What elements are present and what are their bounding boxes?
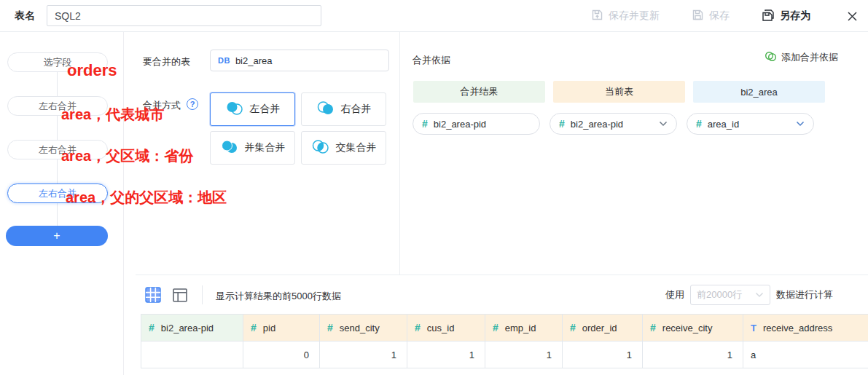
column-header[interactable]: Treceive_address bbox=[743, 315, 868, 342]
chevron-down-icon bbox=[755, 292, 764, 298]
method-label: 左合并 bbox=[250, 103, 281, 116]
use-label: 使用 bbox=[665, 288, 684, 301]
table-view-icon[interactable] bbox=[145, 287, 161, 303]
column-header[interactable]: #send_city bbox=[320, 315, 407, 342]
current-table-header: 当前表 bbox=[553, 81, 685, 103]
column-header[interactable]: #bi2_area-pid bbox=[141, 315, 243, 342]
preview-data-grid: #bi2_area-pid #pid #send_city #cus_id #e… bbox=[141, 314, 868, 368]
column-header[interactable]: #emp_id bbox=[485, 315, 563, 342]
save-as-label: 另存为 bbox=[780, 9, 810, 23]
rows-limit-select[interactable]: 前20000行 bbox=[690, 285, 770, 305]
grid-cell: 1 bbox=[320, 342, 407, 368]
toolbar-divider bbox=[202, 285, 203, 304]
numeric-type-icon: # bbox=[650, 322, 656, 333]
top-bar-actions: 保存并更新 保存 另存为 bbox=[591, 0, 858, 32]
merge-editor-window: 表名 保存并更新 保存 bbox=[0, 0, 868, 375]
numeric-type-icon: # bbox=[251, 322, 257, 333]
chevron-down-icon bbox=[796, 121, 805, 127]
column-header[interactable]: #cus_id bbox=[407, 315, 485, 342]
save-button[interactable]: 保存 bbox=[692, 9, 730, 23]
merge-basis-headers: 合并结果 当前表 bi2_area bbox=[413, 81, 825, 103]
numeric-type-icon: # bbox=[493, 322, 498, 333]
merge-basis-title: 合并依据 bbox=[413, 54, 450, 67]
step-label: 左右合并 bbox=[39, 100, 77, 113]
grid-cell: a bbox=[743, 342, 868, 368]
current-field-value: bi2_area-pid bbox=[571, 119, 623, 130]
join-table-field-select[interactable]: # area_id bbox=[687, 113, 814, 135]
column-name: cus_id bbox=[427, 323, 455, 333]
right-join-button[interactable]: 右合并 bbox=[301, 92, 386, 126]
grid-cell: 1 bbox=[485, 342, 563, 368]
current-table-field-select[interactable]: # bi2_area-pid bbox=[550, 113, 677, 135]
save-as-icon bbox=[762, 9, 775, 24]
layout-view-icon[interactable] bbox=[173, 288, 187, 302]
top-bar: 表名 保存并更新 保存 bbox=[0, 0, 868, 32]
method-label: 交集合并 bbox=[336, 141, 377, 154]
step-label: 选字段 bbox=[44, 56, 72, 69]
method-label: 并集合并 bbox=[245, 141, 286, 154]
union-join-button[interactable]: 并集合并 bbox=[210, 131, 295, 165]
numeric-type-icon: # bbox=[415, 322, 421, 333]
right-join-icon bbox=[316, 100, 335, 118]
grid-cell bbox=[141, 342, 243, 368]
result-field[interactable]: # bi2_area-pid bbox=[413, 113, 540, 135]
save-icon bbox=[692, 9, 704, 23]
preview-info-text: 显示计算结果的前5000行数据 bbox=[216, 290, 341, 303]
numeric-type-icon: # bbox=[570, 322, 576, 333]
merge-method-label: 合并方式 bbox=[143, 99, 181, 112]
save-and-update-button[interactable]: 保存并更新 bbox=[591, 9, 660, 23]
numeric-type-icon: # bbox=[327, 322, 333, 333]
union-join-icon bbox=[220, 139, 239, 157]
step-flow-sidebar: 选字段 左右合并 左右合并 左右合并 + bbox=[0, 32, 124, 375]
join-table-header: bi2_area bbox=[693, 81, 825, 103]
column-header[interactable]: #pid bbox=[243, 315, 320, 342]
method-label: 右合并 bbox=[341, 103, 372, 116]
grid-cell: 1 bbox=[643, 342, 743, 368]
vertical-divider bbox=[399, 32, 400, 275]
merge-result-header: 合并结果 bbox=[413, 81, 545, 103]
table-name-input[interactable] bbox=[47, 5, 321, 26]
add-step-button[interactable]: + bbox=[6, 226, 108, 246]
database-icon: DB bbox=[218, 56, 230, 65]
step-label: 左右合并 bbox=[39, 143, 77, 157]
merge-table-label: 要合并的表 bbox=[143, 55, 190, 68]
plus-icon: + bbox=[53, 229, 60, 242]
step-label: 左右合并 bbox=[39, 187, 77, 200]
column-header[interactable]: #order_id bbox=[563, 315, 643, 342]
help-icon[interactable]: ? bbox=[187, 98, 198, 110]
calc-label: 数据进行计算 bbox=[776, 288, 833, 301]
step-join-3-selected[interactable]: 左右合并 bbox=[7, 183, 108, 203]
numeric-type-icon: # bbox=[149, 322, 155, 333]
column-name: receive_city bbox=[662, 323, 713, 333]
merge-table-input[interactable]: DB bi2_area bbox=[210, 50, 389, 71]
close-icon[interactable] bbox=[847, 11, 858, 22]
result-field-value: bi2_area-pid bbox=[434, 119, 486, 130]
grid-header-row: #bi2_area-pid #pid #send_city #cus_id #e… bbox=[141, 315, 868, 342]
left-join-button[interactable]: 左合并 bbox=[210, 92, 295, 126]
grid-cell: 0 bbox=[243, 342, 320, 368]
calc-rows-control: 使用 前20000行 数据进行计算 bbox=[665, 285, 833, 305]
step-join-2[interactable]: 左右合并 bbox=[7, 140, 108, 159]
save-update-icon bbox=[591, 9, 603, 23]
intersect-join-icon bbox=[311, 139, 330, 157]
step-select-fields[interactable]: 选字段 bbox=[7, 52, 108, 72]
add-basis-label: 添加合并依据 bbox=[781, 51, 838, 64]
add-merge-basis-button[interactable]: 添加合并依据 bbox=[765, 51, 838, 64]
left-join-icon bbox=[225, 100, 244, 118]
step-join-1[interactable]: 左右合并 bbox=[7, 96, 108, 116]
column-name: send_city bbox=[340, 323, 380, 333]
save-and-update-label: 保存并更新 bbox=[609, 9, 660, 23]
merge-basis-fields: # bi2_area-pid # bi2_area-pid # area_id bbox=[413, 113, 814, 135]
intersect-join-button[interactable]: 交集合并 bbox=[301, 131, 386, 165]
column-name: receive_address bbox=[763, 323, 832, 333]
column-name: pid bbox=[263, 323, 275, 333]
column-header[interactable]: #receive_city bbox=[643, 315, 743, 342]
rows-limit-value: 前20000行 bbox=[697, 288, 742, 301]
save-label: 保存 bbox=[709, 9, 730, 23]
column-name: order_id bbox=[582, 323, 617, 333]
merge-table-value: bi2_area bbox=[235, 55, 273, 66]
add-basis-icon bbox=[765, 51, 777, 64]
merge-method-options: 左合并 右合并 并集合并 bbox=[210, 92, 386, 165]
save-as-button[interactable]: 另存为 bbox=[762, 9, 810, 24]
horizontal-divider bbox=[136, 275, 868, 275]
